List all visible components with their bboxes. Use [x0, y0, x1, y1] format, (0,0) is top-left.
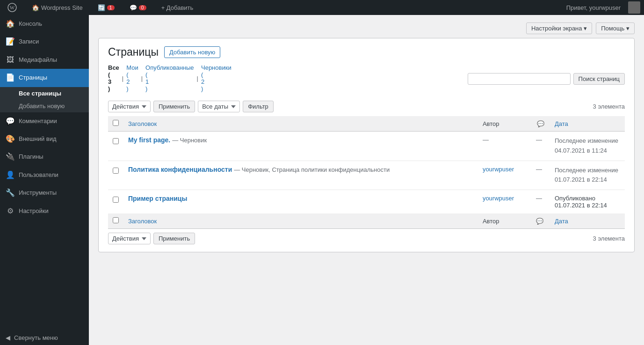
site-name-label: Wordpress Site — [41, 4, 83, 11]
admin-bar: W 🏠 Wordpress Site 🔄 1 💬 0 + Добавить Пр… — [0, 0, 644, 15]
sidebar-item-pages[interactable]: 📄 Страницы — [0, 69, 89, 87]
sidebar-label-settings: Настройки — [19, 207, 49, 215]
sidebar-label-comments: Комментарии — [19, 117, 57, 125]
row-select-3[interactable] — [113, 197, 119, 203]
pages-icon: 📄 — [6, 73, 15, 83]
collapse-menu-button[interactable]: ◀ Свернуть меню — [0, 330, 89, 345]
row-checkbox-1 — [108, 132, 123, 161]
row-comments-2: — — [531, 161, 550, 190]
media-icon: 🖼 — [6, 55, 15, 65]
row-date-2: Последнее изменение 01.07.2021 в 22:14 — [550, 161, 625, 190]
sort-title-footer-link[interactable]: Заголовок — [128, 218, 157, 225]
submenu-add-new[interactable]: Добавить новую — [0, 100, 89, 112]
tablenav-left: Действия Применить Все даты Фильтр — [108, 101, 274, 112]
items-count-bottom: 3 элемента — [593, 235, 625, 242]
sidebar-item-settings[interactable]: ⚙ Настройки — [0, 202, 89, 220]
filter-published[interactable]: Опубликованные (1) — [145, 64, 194, 92]
sidebar-item-appearance[interactable]: 🎨 Внешний вид — [0, 130, 89, 148]
pages-submenu: Все страницы Добавить новую — [0, 87, 89, 112]
user-avatar[interactable] — [628, 1, 640, 14]
comments-icon: 💬 — [130, 4, 137, 11]
row-author-2: yourwpuser — [478, 161, 531, 190]
bulk-actions-select[interactable]: Действия — [108, 101, 151, 112]
select-all-checkbox[interactable] — [113, 120, 119, 126]
submenu-all-pages[interactable]: Все страницы — [0, 87, 89, 100]
screen-options-button[interactable]: Настройки экрана ▾ — [526, 22, 592, 34]
filter-mine[interactable]: Мои (2) — [126, 64, 138, 92]
sidebar-item-plugins[interactable]: 🔌 Плагины — [0, 148, 89, 166]
apply-bottom-button[interactable]: Применить — [153, 233, 195, 244]
row-select-2[interactable] — [113, 168, 119, 174]
wp-logo-button[interactable]: W — [4, 0, 21, 15]
row-checkbox-2 — [108, 161, 123, 190]
row-select-1[interactable] — [113, 138, 119, 144]
filter-all[interactable]: Все (3) — [108, 64, 119, 92]
row-date-1: Последнее изменение 04.07.2021 в 11:24 — [550, 132, 625, 161]
col-footer-author: Автор — [478, 213, 531, 229]
search-button[interactable]: Поиск страниц — [573, 73, 625, 85]
table-foot: Заголовок Автор 💬 Дата — [108, 213, 625, 229]
apply-button[interactable]: Применить — [153, 101, 195, 112]
row-title-cell-2: Политика конфиденциальности — Черновик, … — [123, 161, 478, 190]
sidebar-label-plugins: Плагины — [19, 153, 43, 161]
posts-icon: 📝 — [6, 37, 15, 47]
sort-date-link[interactable]: Дата — [555, 120, 568, 127]
updates-button[interactable]: 🔄 1 — [94, 0, 118, 15]
table-row: Политика конфиденциальности — Черновик, … — [108, 161, 625, 190]
col-header-title: Заголовок — [123, 116, 478, 132]
row-status-2: — Черновик, Страница политики конфиденци… — [234, 166, 390, 173]
sidebar-item-users[interactable]: 👤 Пользователи — [0, 166, 89, 184]
search-bar: Поиск страниц — [468, 73, 625, 85]
row-comments-3: — — [531, 190, 550, 214]
select-all-footer-checkbox[interactable] — [113, 217, 119, 223]
author-link-3[interactable]: yourwpuser — [483, 195, 514, 202]
row-title-link-2[interactable]: Политика конфиденциальности — [128, 166, 234, 173]
row-title-link-1[interactable]: My first page. — [128, 136, 172, 144]
row-title-cell-1: My first page. — Черновик — [123, 132, 478, 161]
home-icon: 🏠 — [32, 4, 39, 11]
table-row: My first page. — Черновик — — Посл — [108, 132, 625, 161]
sort-date-footer-link[interactable]: Дата — [555, 218, 568, 225]
sidebar-item-tools[interactable]: 🔧 Инструменты — [0, 184, 89, 202]
sidebar-label-posts: Записи — [19, 37, 39, 46]
content-wrap: Страницы Добавить новую Все (3) | М — [98, 38, 635, 252]
appearance-icon: 🎨 — [6, 134, 15, 144]
col-header-author: Автор — [478, 116, 531, 132]
sidebar-label-media: Медиафайлы — [19, 56, 57, 64]
sort-title-link[interactable]: Заголовок — [128, 120, 157, 127]
sidebar-label-pages: Страницы — [19, 73, 47, 82]
bulk-actions-bottom-select[interactable]: Действия — [108, 233, 151, 244]
page-title-row: Страницы Добавить новую — [108, 46, 625, 59]
add-new-button[interactable]: + Добавить — [158, 0, 197, 15]
search-input[interactable] — [468, 73, 571, 85]
filter-button[interactable]: Фильтр — [243, 101, 274, 112]
collapse-label: Свернуть меню — [14, 334, 58, 341]
comments-count: 0 — [139, 5, 146, 10]
sidebar-label-users: Пользователи — [19, 171, 58, 179]
author-link-2[interactable]: yourwpuser — [483, 166, 514, 173]
dates-select[interactable]: Все даты — [198, 101, 240, 112]
filter-drafts[interactable]: Черновики (2) — [201, 64, 232, 92]
row-author-1: — — [478, 132, 531, 161]
sidebar-item-comments[interactable]: 💬 Комментарии — [0, 112, 89, 130]
tablenav-bottom: Действия Применить 3 элемента — [108, 233, 625, 244]
user-greeting[interactable]: Привет, yourwpuser — [563, 0, 624, 15]
sidebar-item-console[interactable]: 🏠 Консоль — [0, 15, 89, 33]
comments-button[interactable]: 💬 0 — [126, 0, 150, 15]
sidebar-item-media[interactable]: 🖼 Медиафайлы — [0, 51, 89, 69]
col-header-comments: 💬 — [531, 116, 550, 132]
updates-count: 1 — [107, 5, 115, 10]
help-button[interactable]: Помощь ▾ — [596, 22, 635, 34]
settings-icon: ⚙ — [6, 206, 15, 216]
table-head: Заголовок Автор 💬 Дата — [108, 116, 625, 132]
plugins-icon: 🔌 — [6, 152, 15, 162]
tablenav-top: Действия Применить Все даты Фильтр 3 эле… — [108, 101, 625, 112]
row-date-3: Опубликовано 01.07.2021 в 22:14 — [550, 190, 625, 214]
pages-table: Заголовок Автор 💬 Дата — [108, 116, 625, 229]
sidebar-item-posts[interactable]: 📝 Записи — [0, 33, 89, 51]
console-icon: 🏠 — [6, 19, 15, 29]
page-header-bar: Настройки экрана ▾ Помощь ▾ — [98, 22, 635, 34]
row-title-link-3[interactable]: Пример страницы — [128, 195, 187, 202]
add-new-page-button[interactable]: Добавить новую — [164, 46, 220, 58]
site-name-button[interactable]: 🏠 Wordpress Site — [28, 0, 87, 15]
